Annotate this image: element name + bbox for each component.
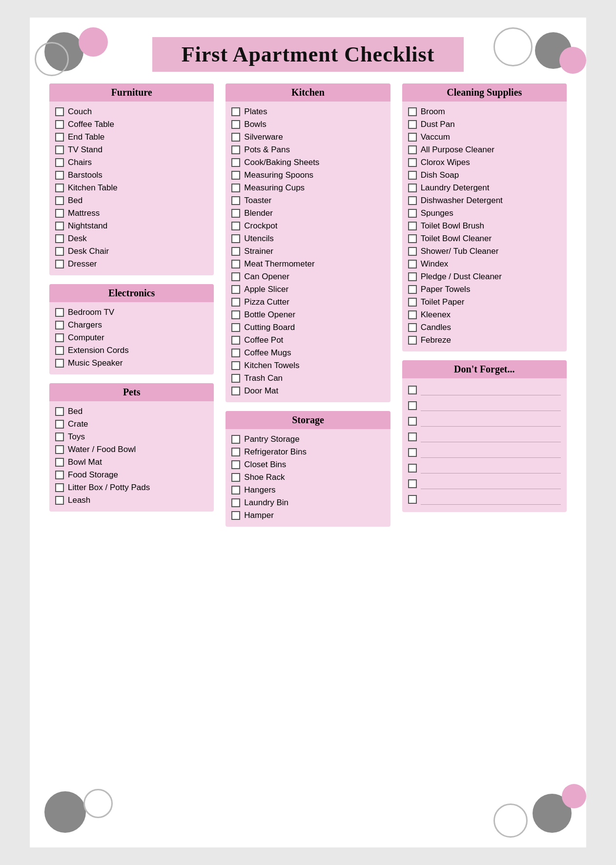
checkbox[interactable] [55, 321, 64, 330]
main-columns: Furniture Couch Coffee Table End Table T… [49, 83, 567, 527]
blank-line-text[interactable] [421, 463, 561, 474]
checkbox[interactable] [408, 464, 417, 473]
checkbox[interactable] [55, 145, 64, 154]
checkbox[interactable] [55, 184, 64, 192]
checkbox[interactable] [408, 285, 417, 294]
checkbox[interactable] [408, 209, 417, 218]
blank-line-text[interactable] [421, 478, 561, 489]
blank-line-text[interactable] [421, 447, 561, 458]
checkbox[interactable] [231, 298, 240, 307]
blank-line-text[interactable] [421, 416, 561, 427]
item-label: Desk Chair [68, 247, 109, 256]
checkbox[interactable] [408, 120, 417, 129]
checkbox[interactable] [231, 460, 240, 469]
checkbox[interactable] [231, 184, 240, 192]
checkbox[interactable] [55, 171, 64, 180]
checkbox[interactable] [231, 272, 240, 281]
item-label: Vaccum [421, 132, 450, 142]
checkbox[interactable] [408, 310, 417, 319]
checkbox[interactable] [55, 133, 64, 142]
checkbox[interactable] [408, 401, 417, 410]
checkbox[interactable] [55, 333, 64, 342]
checkbox[interactable] [55, 222, 64, 230]
checkbox[interactable] [408, 260, 417, 268]
checkbox[interactable] [55, 260, 64, 268]
checkbox[interactable] [231, 171, 240, 180]
checkbox[interactable] [231, 145, 240, 154]
checkbox[interactable] [408, 158, 417, 167]
checkbox[interactable] [231, 120, 240, 129]
checkbox[interactable] [408, 222, 417, 230]
checkbox[interactable] [55, 120, 64, 129]
checkbox[interactable] [408, 298, 417, 307]
checkbox[interactable] [231, 486, 240, 494]
checkbox[interactable] [231, 310, 240, 319]
checkbox[interactable] [55, 247, 64, 256]
checkbox[interactable] [55, 471, 64, 479]
checkbox[interactable] [231, 260, 240, 268]
checkbox[interactable] [408, 417, 417, 426]
checkbox[interactable] [408, 145, 417, 154]
checkbox[interactable] [55, 209, 64, 218]
checkbox[interactable] [408, 234, 417, 243]
checkbox[interactable] [55, 458, 64, 467]
checkbox[interactable] [55, 158, 64, 167]
checkbox[interactable] [231, 361, 240, 370]
circle-outline-bottom-left [83, 789, 113, 818]
blank-line-text[interactable] [421, 385, 561, 395]
checkbox[interactable] [408, 495, 417, 504]
checkbox[interactable] [55, 496, 64, 505]
checkbox[interactable] [231, 336, 240, 345]
checkbox[interactable] [408, 184, 417, 192]
checkbox[interactable] [408, 196, 417, 205]
checkbox[interactable] [231, 323, 240, 332]
checkbox[interactable] [231, 209, 240, 218]
checkbox[interactable] [231, 196, 240, 205]
checkbox[interactable] [55, 308, 64, 317]
checkbox[interactable] [55, 445, 64, 454]
checkbox[interactable] [408, 479, 417, 488]
checkbox[interactable] [231, 387, 240, 395]
checkbox[interactable] [55, 196, 64, 205]
checkbox[interactable] [55, 420, 64, 429]
checkbox[interactable] [231, 285, 240, 294]
checkbox[interactable] [408, 272, 417, 281]
checkbox[interactable] [408, 247, 417, 256]
blank-line-text[interactable] [421, 432, 561, 442]
checkbox[interactable] [231, 222, 240, 230]
checkbox[interactable] [231, 473, 240, 482]
blank-line-text[interactable] [421, 400, 561, 411]
checkbox[interactable] [231, 234, 240, 243]
blank-line-text[interactable] [421, 494, 561, 505]
checkbox[interactable] [231, 435, 240, 444]
checkbox[interactable] [231, 107, 240, 116]
checkbox[interactable] [231, 133, 240, 142]
checkbox[interactable] [55, 107, 64, 116]
checkbox[interactable] [55, 483, 64, 492]
checkbox[interactable] [408, 171, 417, 180]
checkbox[interactable] [231, 158, 240, 167]
checkbox[interactable] [55, 234, 64, 243]
item-label: Toilet Bowl Cleaner [421, 234, 492, 244]
checkbox[interactable] [55, 346, 64, 355]
checkbox[interactable] [231, 349, 240, 357]
checkbox[interactable] [231, 448, 240, 456]
checkbox[interactable] [55, 359, 64, 368]
checkbox[interactable] [231, 247, 240, 256]
checkbox[interactable] [408, 133, 417, 142]
title-wrapper: First Apartment Checklist [49, 37, 567, 72]
list-item: All Purpose Cleaner [408, 144, 561, 156]
checkbox[interactable] [55, 432, 64, 441]
checkbox[interactable] [408, 432, 417, 441]
checkbox[interactable] [408, 448, 417, 457]
checkbox[interactable] [55, 407, 64, 416]
checkbox[interactable] [408, 323, 417, 332]
pets-list: Bed Crate Toys Water / Food Bowl Bowl Ma… [49, 405, 214, 507]
checkbox[interactable] [231, 498, 240, 507]
checkbox[interactable] [408, 107, 417, 116]
checkbox[interactable] [231, 511, 240, 520]
list-item: Silverware [231, 131, 384, 144]
checkbox[interactable] [231, 374, 240, 383]
checkbox[interactable] [408, 386, 417, 394]
checkbox[interactable] [408, 336, 417, 345]
